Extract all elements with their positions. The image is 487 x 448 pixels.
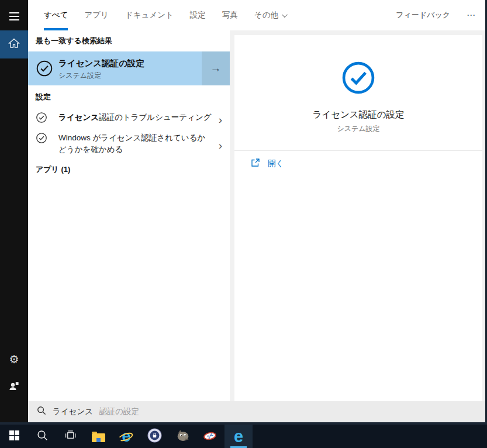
check-circle-icon xyxy=(36,112,47,126)
hamburger-icon xyxy=(9,12,19,20)
check-circle-icon xyxy=(36,132,47,146)
gear-icon: ⚙ xyxy=(9,354,19,365)
results-panel: 最も一致する検索結果 ライセンス認証の設定 システム設定 → 設定 ライセンス認… xyxy=(28,30,230,401)
task-view-icon xyxy=(65,430,76,443)
filter-tabs: すべて アプリ ドキュメント 設定 写真 その他 xyxy=(44,0,286,30)
open-label: 開く xyxy=(268,158,284,169)
internet-explorer-button[interactable]: e xyxy=(112,425,140,448)
search-typed-text: ライセンス xyxy=(53,406,93,417)
rail-item-home[interactable] xyxy=(0,30,28,58)
account-icon xyxy=(8,380,20,394)
windows-logo-icon xyxy=(9,430,19,443)
open-external-icon xyxy=(251,158,260,169)
tab-settings-label: 設定 xyxy=(190,10,206,20)
rail-item-account[interactable] xyxy=(0,377,28,398)
right-arrow-icon: → xyxy=(210,62,222,75)
open-action[interactable]: 開く xyxy=(251,158,284,169)
start-button[interactable] xyxy=(0,425,28,448)
search-icon xyxy=(37,430,48,443)
settings-section-header: 設定 xyxy=(36,92,51,102)
search-flyout-window: ⚙ すべて アプリ ドキュメント 設定 写真 その他 フ xyxy=(0,0,487,448)
edge-button[interactable]: e xyxy=(224,425,253,448)
keepass-lock-icon xyxy=(147,428,162,445)
tab-photos[interactable]: 写真 xyxy=(222,0,238,30)
preview-subtitle: システム設定 xyxy=(234,124,482,134)
best-match-title: ライセンス認証の設定 xyxy=(58,58,144,69)
hamburger-menu-button[interactable] xyxy=(0,7,28,26)
snipping-tool-button[interactable]: ✂ xyxy=(196,425,224,448)
chevron-down-icon xyxy=(282,12,288,18)
gimp-icon xyxy=(175,428,190,445)
tab-more-label: その他 xyxy=(254,10,278,20)
divider xyxy=(234,150,482,151)
settings-result-troubleshoot[interactable]: ライセンス認証のトラブルシューティング › xyxy=(28,111,230,128)
search-header: すべて アプリ ドキュメント 設定 写真 その他 フィードバック ⋯ xyxy=(28,0,485,30)
file-explorer-button[interactable] xyxy=(84,425,112,448)
internet-explorer-icon: e xyxy=(118,428,134,444)
tab-apps-label: アプリ xyxy=(84,10,108,20)
preview-title: ライセンス認証の設定 xyxy=(234,109,482,121)
chevron-right-icon: › xyxy=(219,140,222,151)
search-icon xyxy=(37,406,46,418)
expand-result-button[interactable]: → xyxy=(202,51,230,85)
feedback-button[interactable]: フィードバック xyxy=(396,10,450,20)
rest-text: 認証のトラブルシューティング xyxy=(99,113,211,122)
more-options-button[interactable]: ⋯ xyxy=(467,10,476,20)
search-input[interactable]: ライセンス認証の設定 xyxy=(28,401,485,422)
best-match-header: 最も一致する検索結果 xyxy=(36,36,112,46)
tab-more[interactable]: その他 xyxy=(254,0,286,30)
header-actions: フィードバック ⋯ xyxy=(396,0,476,30)
check-circle-icon-large xyxy=(234,61,482,97)
matched-text: ライセンス xyxy=(58,113,99,122)
home-icon xyxy=(8,37,20,51)
tab-all[interactable]: すべて xyxy=(44,0,68,30)
chevron-right-icon: › xyxy=(219,114,222,125)
file-explorer-icon xyxy=(92,433,105,442)
task-view-button[interactable] xyxy=(56,425,84,448)
tab-photos-label: 写真 xyxy=(222,10,238,20)
best-match-result[interactable]: ライセンス認証の設定 システム設定 → xyxy=(28,51,230,85)
tab-settings[interactable]: 設定 xyxy=(190,0,206,30)
keepass-button[interactable] xyxy=(140,425,168,448)
taskbar: e xyxy=(0,425,487,448)
left-rail: ⚙ xyxy=(0,0,28,422)
settings-result-check-activation[interactable]: Windows がライセンス認証されているかどうかを確かめる › xyxy=(28,131,230,159)
search-suggestion-text: 認証の設定 xyxy=(99,406,139,417)
tab-all-label: すべて xyxy=(44,10,68,20)
tab-documents-label: ドキュメント xyxy=(125,10,174,20)
snipping-tool-icon: ✂ xyxy=(203,430,218,443)
tab-apps[interactable]: アプリ xyxy=(84,0,108,30)
taskbar-search-button[interactable] xyxy=(28,425,56,448)
result-text: Windows がライセンス認証されているかどうかを確かめる xyxy=(58,132,210,156)
rail-item-settings[interactable]: ⚙ xyxy=(0,350,28,368)
apps-section-header: アプリ (1) xyxy=(36,164,70,175)
gimp-button[interactable] xyxy=(168,425,196,448)
results-area: 最も一致する検索結果 ライセンス認証の設定 システム設定 → 設定 ライセンス認… xyxy=(28,30,485,422)
tab-documents[interactable]: ドキュメント xyxy=(125,0,174,30)
preview-panel: ライセンス認証の設定 システム設定 開く xyxy=(234,35,482,401)
edge-icon: e xyxy=(234,428,243,445)
rest-text: Windows がライセンス認証されているかどうかを確かめる xyxy=(58,133,205,154)
result-text: ライセンス認証のトラブルシューティング xyxy=(58,112,212,123)
check-circle-icon xyxy=(36,60,53,80)
best-match-subtitle: システム設定 xyxy=(58,71,101,81)
